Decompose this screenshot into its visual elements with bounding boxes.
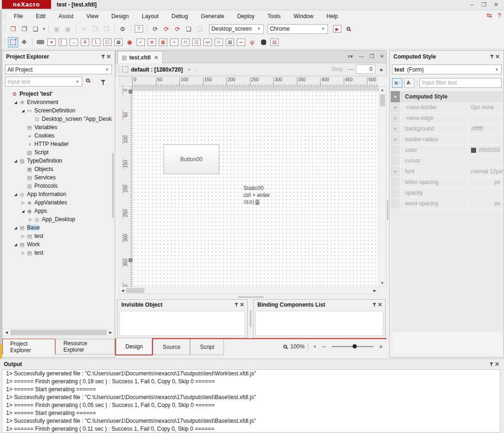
menu-deploy[interactable]: Deploy [231, 11, 261, 22]
pin-icon[interactable] [374, 303, 375, 307]
sort-alpha-icon[interactable]: A↓ [404, 78, 414, 88]
style-row-background[interactable]: +background#ffffff [391, 124, 503, 134]
button-component-icon[interactable] [35, 37, 46, 47]
scroll-right-icon[interactable]: ▶ [108, 330, 113, 335]
close-icon[interactable]: ✕ [378, 302, 382, 308]
new-form-icon[interactable]: ❏ [30, 24, 40, 34]
launch-page-disabled-icon[interactable]: ❏ [195, 24, 205, 34]
tab-component-icon[interactable]: ⊓ [180, 37, 190, 47]
tree-expander-icon[interactable]: ▷ [20, 251, 26, 255]
menu-debug[interactable]: Debug [165, 11, 194, 22]
menu-edit[interactable]: Edit [29, 11, 52, 22]
menu-layout[interactable]: Layout [135, 11, 165, 22]
filter-icon[interactable] [101, 78, 105, 84]
tree-expander-icon[interactable]: ▷ [20, 201, 26, 205]
minimize-doc-icon[interactable]: — [359, 53, 364, 59]
tab-resource-explorer[interactable]: Resource Explorer [55, 339, 115, 354]
tree-item-protocols[interactable]: ▥Protocols [3, 182, 112, 190]
cut-icon[interactable]: ✂ [79, 24, 89, 34]
menu-generate[interactable]: Generate [195, 11, 231, 22]
add-layout-button[interactable]: + [187, 66, 191, 73]
open-project-icon[interactable]: ❐ [19, 24, 29, 34]
pin-icon[interactable] [491, 362, 492, 366]
tree-item-objects[interactable]: ▦Objects [3, 165, 112, 173]
tree-item-services[interactable]: ▤Services [3, 173, 112, 182]
tab-list-icon[interactable]: ≡▾ [347, 53, 353, 59]
pin-icon[interactable] [491, 55, 492, 59]
browser-combo[interactable]: Chrome ▼ [268, 24, 328, 34]
tree-item-appvariables[interactable]: ▷◈AppVariables [3, 198, 112, 207]
tree-expander-icon[interactable]: ◢ [13, 100, 19, 105]
menu-help[interactable]: Help [320, 11, 345, 22]
canvas-button00[interactable]: Button00 [164, 144, 219, 174]
tree-expander-icon[interactable]: ▷ [20, 234, 26, 238]
style-row-color[interactable]: color#555555 [391, 145, 503, 156]
open-form-icon[interactable]: ❐ [8, 24, 18, 34]
tree-horizontal-scrollbar[interactable]: ◀ ▶ [3, 329, 114, 336]
tree-expander-icon[interactable]: ▷ [27, 217, 33, 222]
swap-arrows-icon[interactable]: ⇆ [486, 12, 492, 19]
close-icon[interactable]: ✕ [495, 53, 500, 60]
style-row-font[interactable]: +fontnormal 12px/n [391, 166, 503, 177]
scroll-thumb[interactable] [380, 94, 385, 106]
save-icon[interactable]: ▣ [52, 24, 62, 34]
style-row-cursor[interactable]: cursor [391, 156, 503, 166]
tree-item-base[interactable]: ◢▤Base [3, 223, 112, 232]
popupdiv-component-icon[interactable]: ◳ [191, 37, 202, 47]
close-button[interactable]: ✕ [490, 0, 502, 9]
dataset-object-icon[interactable] [258, 37, 268, 47]
row-expand-icon[interactable]: + [391, 102, 400, 112]
tree-item-typedefinition[interactable]: ◢▨TypeDefinition [3, 157, 112, 165]
style-row-word-spacing[interactable]: word-spacingpx [391, 198, 503, 209]
help-circle-icon[interactable]: ? [497, 12, 501, 19]
zoom-out-button[interactable]: − [322, 343, 326, 350]
generate-icon[interactable]: ⚙ [118, 24, 128, 34]
tab-design[interactable]: Design [115, 338, 153, 355]
tree-item-work[interactable]: ◢▤Work [3, 240, 112, 249]
quick-find-icon[interactable] [343, 24, 353, 34]
scroll-down-icon[interactable]: ▼ [379, 281, 386, 285]
design-canvas[interactable]: Button00 Static00ctrl + enter여러줄 [132, 86, 379, 287]
menu-tools[interactable]: Tools [261, 11, 287, 22]
progressbar-component-icon[interactable]: ••• [236, 37, 246, 47]
row-expand-icon[interactable]: + [391, 166, 400, 177]
div-component-icon[interactable]: ◰ [102, 37, 112, 47]
style-row--nexa-edge[interactable]: +-nexa-edge [391, 113, 503, 124]
scroll-right-icon[interactable]: ▶ [373, 289, 376, 293]
layout-component-icon[interactable]: ▤ [269, 37, 280, 47]
tree-item-app-information[interactable]: ◢◎App Information [3, 190, 112, 198]
step-increase-button[interactable]: + [379, 66, 383, 73]
browser-run-icon[interactable]: ▶ [332, 24, 342, 34]
grid-component-icon[interactable]: ▦ [158, 37, 168, 47]
style-row-opacity[interactable]: opacity [391, 188, 503, 198]
row-expand-icon[interactable]: + [391, 124, 400, 134]
style-target-combo[interactable]: test (Form) ▼ [392, 65, 502, 74]
selection-handle-midleft[interactable] [129, 258, 132, 262]
tree-expander-icon[interactable]: ◢ [20, 109, 26, 113]
grid-pick-component-icon[interactable]: ▦ [113, 37, 124, 47]
tree-expander-icon[interactable]: ◢ [20, 209, 26, 213]
step-value-input[interactable]: 0 [356, 65, 375, 74]
edit-component-icon[interactable]: ▏ [58, 37, 68, 47]
tree-item-http-header[interactable]: ◑HTTP Header [3, 140, 112, 148]
vertical-splitter[interactable] [249, 310, 252, 329]
tree-item-script[interactable]: ▧Script [3, 148, 112, 157]
style-filter-input[interactable]: Input filter text [419, 78, 502, 88]
close-icon[interactable]: ✕ [106, 53, 111, 60]
plugin-component-icon[interactable]: ψ [247, 37, 257, 47]
launch-full-icon[interactable]: ⟳ [150, 24, 160, 34]
pin-icon[interactable] [103, 55, 104, 59]
menu-assist[interactable]: Assist [52, 11, 80, 22]
screen-combo[interactable]: Desktop_screen ▼ [209, 24, 264, 34]
launch-app-icon[interactable]: ⟳ [161, 24, 171, 34]
tab-test-xfdl[interactable]: ▤ test.xfdl ✕ [118, 51, 163, 63]
checkbox-component-icon[interactable]: ✓ [136, 37, 146, 47]
zoom-slider[interactable] [332, 346, 373, 347]
close-icon[interactable]: ✕ [240, 302, 244, 308]
combo-component-icon[interactable]: ▾ [46, 37, 57, 47]
tree-expander-icon[interactable]: ◢ [13, 243, 19, 247]
sort-by-category-icon[interactable]: ≣↓ [392, 78, 402, 88]
minimize-button[interactable]: – [466, 0, 478, 9]
tree-item-variables[interactable]: ▤Variables [3, 123, 112, 131]
paste-icon[interactable]: ❒ [101, 24, 111, 34]
